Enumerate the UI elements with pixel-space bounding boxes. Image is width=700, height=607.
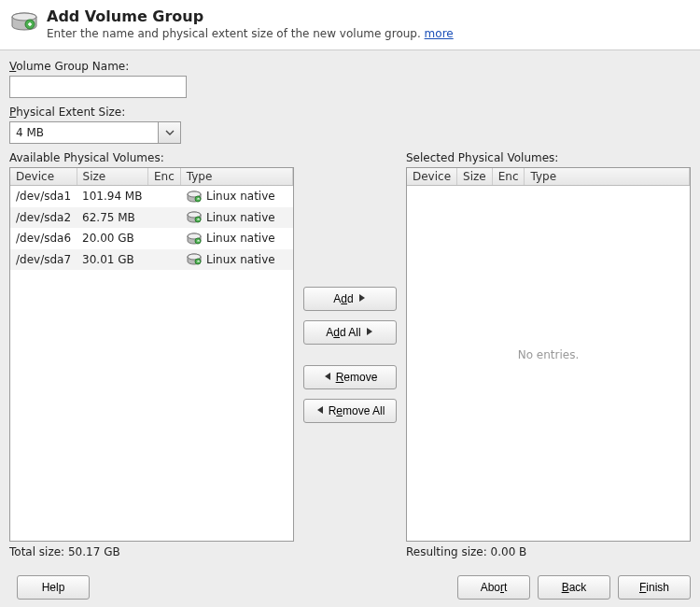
cell-device: /dev/sda1 [10, 186, 77, 207]
dialog-header: Add Volume Group Enter the name and phys… [0, 0, 700, 50]
cell-type: Linux native [180, 249, 292, 271]
no-entries-label: No entries. [407, 348, 690, 361]
physical-extent-size-select[interactable]: 4 MB [9, 121, 159, 144]
available-volumes-table[interactable]: Device Size Enc Type /dev/sda1101.94 MB … [9, 167, 294, 542]
cell-device: /dev/sda2 [10, 207, 77, 229]
disk-icon [186, 233, 203, 246]
volume-group-name-input[interactable] [9, 76, 187, 98]
resulting-size-label: Resulting size: 0.00 B [406, 545, 691, 558]
finish-button[interactable]: Finish [618, 575, 691, 600]
dialog-title: Add Volume Group [47, 7, 454, 25]
cell-enc [147, 228, 180, 249]
cell-enc [147, 249, 180, 271]
arrow-left-icon [315, 404, 325, 417]
col-enc[interactable]: Enc [492, 168, 525, 186]
svg-point-1 [12, 13, 36, 21]
physical-extent-size-label: Physical Extent Size: [9, 106, 691, 119]
add-button[interactable]: Add [303, 287, 397, 311]
dialog-subtitle: Enter the name and physical extent size … [47, 27, 454, 40]
col-type[interactable]: Type [525, 168, 690, 186]
more-link[interactable]: more [425, 27, 454, 40]
col-size[interactable]: Size [457, 168, 493, 186]
arrow-right-icon [365, 326, 374, 339]
arrow-right-icon [357, 292, 367, 305]
help-button[interactable]: Help [17, 575, 90, 600]
available-volumes-label: Available Physical Volumes: [9, 151, 294, 164]
col-enc[interactable]: Enc [147, 168, 180, 186]
cell-size: 30.01 GB [77, 249, 147, 271]
cell-enc [147, 186, 180, 207]
disk-icon [186, 253, 203, 266]
table-row[interactable]: /dev/sda730.01 GB Linux native [10, 249, 293, 271]
table-row[interactable]: /dev/sda1101.94 MB Linux native [10, 186, 293, 207]
selected-volumes-table[interactable]: Device Size Enc Type No entries. [406, 167, 691, 542]
disk-icon [186, 191, 203, 204]
arrow-left-icon [323, 371, 332, 384]
table-row[interactable]: /dev/sda620.00 GB Linux native [10, 228, 293, 249]
chevron-down-icon[interactable] [159, 121, 181, 144]
cell-type: Linux native [180, 186, 292, 207]
remove-all-button[interactable]: Remove All [303, 399, 397, 423]
cell-size: 20.00 GB [77, 228, 147, 249]
cell-size: 62.75 MB [77, 207, 147, 229]
add-all-button[interactable]: Add All [303, 320, 397, 345]
volume-group-icon [9, 7, 39, 37]
disk-icon [186, 211, 203, 224]
cell-size: 101.94 MB [77, 186, 147, 207]
cell-type: Linux native [180, 207, 292, 229]
selected-volumes-label: Selected Physical Volumes: [406, 151, 691, 164]
abort-button[interactable]: Abort [457, 575, 530, 600]
volume-group-name-label: Volume Group Name: [9, 60, 691, 73]
back-button[interactable]: Back [538, 575, 610, 600]
cell-enc [147, 207, 180, 229]
table-row[interactable]: /dev/sda262.75 MB Linux native [10, 207, 293, 229]
cell-type: Linux native [180, 228, 292, 249]
cell-device: /dev/sda6 [10, 228, 77, 249]
col-device[interactable]: Device [10, 168, 77, 186]
col-device[interactable]: Device [407, 168, 457, 186]
col-type[interactable]: Type [180, 168, 292, 186]
col-size[interactable]: Size [77, 168, 147, 186]
remove-button[interactable]: Remove [303, 365, 397, 389]
total-size-label: Total size: 50.17 GB [9, 545, 294, 558]
cell-device: /dev/sda7 [10, 249, 77, 271]
